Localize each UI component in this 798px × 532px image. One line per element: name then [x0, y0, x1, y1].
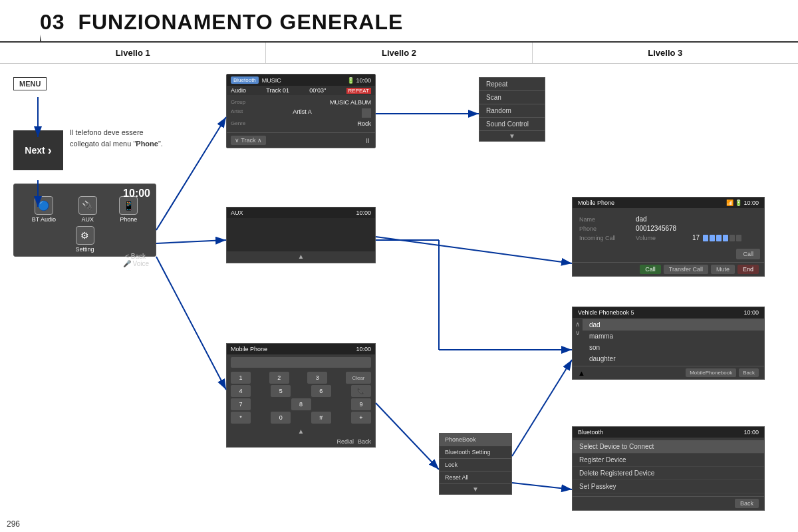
key-4[interactable]: 4: [231, 385, 251, 397]
pause-btn[interactable]: ⏸: [364, 137, 371, 144]
phonebook-menu-item[interactable]: PhoneBook: [440, 434, 511, 446]
bts-header-label: Bluetooth: [578, 429, 603, 436]
page-header: 03 FUNZIONAMENTO GENERALE: [0, 0, 798, 43]
key-3[interactable]: 3: [307, 372, 327, 384]
aux-icon[interactable]: 🔌 AUX: [78, 196, 97, 223]
level-headers: Livello 1 Livello 2 Livello 3: [0, 43, 798, 64]
menu-button[interactable]: MENU: [13, 77, 47, 90]
menu-icons-row2: ⚙ Setting: [14, 226, 156, 253]
key-9[interactable]: 9: [351, 398, 371, 410]
reset-all-menu-item[interactable]: Reset All: [440, 471, 511, 484]
bt-stop-btn[interactable]: [362, 108, 371, 118]
bt-track: Track 01: [266, 87, 289, 94]
call-btn-row: Call: [573, 249, 760, 259]
next-arrow-icon: ›: [48, 144, 52, 158]
bt-label: Bluetooth: [231, 76, 259, 84]
track-prev-btn[interactable]: ∨ Track ∧: [231, 136, 266, 145]
incoming-call-row: Incoming Call Volume 17: [579, 234, 757, 241]
next-button[interactable]: Next ›: [13, 130, 63, 170]
incoming-time: 10:00: [743, 200, 759, 206]
key-8[interactable]: 8: [291, 398, 311, 410]
bt-track-header: Audio Track 01 00'03" REPEAT: [227, 86, 375, 95]
svg-line-8: [512, 360, 572, 456]
vol-seg-5: [730, 235, 735, 241]
phone-display: [231, 357, 371, 368]
bts-header: Bluetooth 10:00: [573, 427, 764, 438]
pb-nav: ∧ ∨: [573, 318, 583, 366]
vol-seg-2: [710, 235, 715, 241]
phone-icon[interactable]: 📱 Phone: [119, 196, 138, 223]
phone-dial-screen: Mobile Phone 10:00 1 2 3 Clear 4 5 6 📞 7…: [226, 343, 376, 448]
footer-end-btn[interactable]: End: [737, 265, 759, 274]
random-option[interactable]: Random: [479, 104, 545, 118]
key-1[interactable]: 1: [231, 372, 251, 384]
bts-back-btn[interactable]: Back: [735, 499, 759, 508]
bt-audio-icon[interactable]: 🔵 BT Audio: [32, 196, 56, 223]
key-hash[interactable]: #: [311, 412, 331, 424]
key-call-icon[interactable]: 📞: [351, 385, 371, 397]
main-content: MENU Next › Il telefono deve essere coll…: [0, 64, 798, 516]
bt-music-screen: Bluetooth MUSIC 🔋 10:00 Audio Track 01 0…: [226, 74, 376, 148]
level1-header: Livello 1: [0, 43, 266, 63]
pb-down-btn[interactable]: ∨: [575, 329, 580, 336]
bts-item-2[interactable]: Delete Registered Device: [573, 467, 764, 480]
bts-time: 10:00: [743, 429, 759, 436]
key-6[interactable]: 6: [311, 385, 331, 397]
sound-control-option[interactable]: Sound Control: [479, 118, 545, 131]
phone-header-label: Mobile Phone: [231, 346, 267, 352]
volume-bar: [703, 235, 741, 241]
incoming-footer: Call Transfer Call Mute End: [573, 262, 764, 276]
pb-item-son[interactable]: son: [583, 342, 764, 353]
key-5[interactable]: 5: [271, 385, 291, 397]
bts-item-0[interactable]: Select Device to Connect: [573, 440, 764, 454]
footer-transfer-btn[interactable]: Transfer Call: [664, 265, 708, 274]
redial-btn[interactable]: Redial: [336, 438, 354, 445]
phone-header-time: 10:00: [356, 346, 371, 352]
key-clear[interactable]: Clear: [346, 372, 371, 384]
aux-screen: AUX 10:00 ▲: [226, 207, 376, 263]
vol-seg-4: [723, 235, 728, 241]
key-0[interactable]: 0: [271, 412, 291, 424]
pb-item-dad[interactable]: dad: [583, 319, 764, 331]
repeat-option[interactable]: Repeat: [479, 78, 545, 91]
bt-setting-menu-item[interactable]: Bluetooth Setting: [440, 446, 511, 459]
playback-options: Repeat Scan Random Sound Control ▼: [479, 77, 545, 142]
svg-line-9: [512, 483, 572, 489]
aux-body: [227, 218, 375, 251]
footer-call-btn[interactable]: Call: [640, 265, 661, 274]
vol-seg-1: [703, 235, 708, 241]
pb-item-mamma[interactable]: mamma: [583, 331, 764, 342]
pb-up-btn[interactable]: ∧: [575, 321, 580, 328]
setting-icon[interactable]: ⚙ Setting: [75, 226, 94, 253]
aux-label: AUX: [231, 209, 243, 216]
pb-header-label: Vehicle Phonebook 5: [578, 309, 634, 316]
key-7[interactable]: 7: [231, 398, 251, 410]
mobile-phonebook-btn[interactable]: MobilePhonebook: [686, 368, 736, 377]
call-single-btn[interactable]: Call: [736, 249, 760, 259]
svg-line-7: [376, 403, 439, 469]
pb-back-btn[interactable]: Back: [739, 368, 759, 377]
phone-back-btn[interactable]: Back: [358, 438, 371, 445]
pb-item-daughter[interactable]: daughter: [583, 353, 764, 364]
bts-item-3[interactable]: Set Passkey: [573, 480, 764, 493]
menu-screen-time: 10:00: [123, 188, 150, 200]
pb-main: ∧ ∨ dad mamma son daughter: [573, 318, 764, 366]
scan-option[interactable]: Scan: [479, 91, 545, 104]
phone-dial-header: Mobile Phone 10:00: [227, 344, 375, 354]
key-plus[interactable]: +: [351, 412, 371, 424]
key-2[interactable]: 2: [269, 372, 289, 384]
bt-group-row: Group MUSIC ALBUM: [231, 98, 371, 107]
lock-menu-item[interactable]: Lock: [440, 459, 511, 471]
bts-item-1[interactable]: Register Device: [573, 454, 764, 467]
phone-footer: Redial Back: [227, 436, 375, 447]
phone-menu-popup: PhoneBook Bluetooth Setting Lock Reset A…: [439, 433, 512, 495]
aux-time: 10:00: [356, 209, 371, 216]
main-menu-screen: 10:00 🔵 BT Audio 🔌 AUX 📱 Phone ⚙ Setting…: [13, 184, 156, 257]
page-title: 03 FUNZIONAMENTO GENERALE: [13, 10, 403, 34]
keypad-row-1: 1 2 3 Clear: [231, 372, 371, 384]
footer-mute-btn[interactable]: Mute: [711, 265, 735, 274]
pb-body: dad mamma son daughter: [583, 318, 764, 366]
key-star[interactable]: *: [231, 412, 251, 424]
bt-audio-label: Audio: [231, 87, 246, 94]
pb-time: 10:00: [743, 309, 759, 316]
